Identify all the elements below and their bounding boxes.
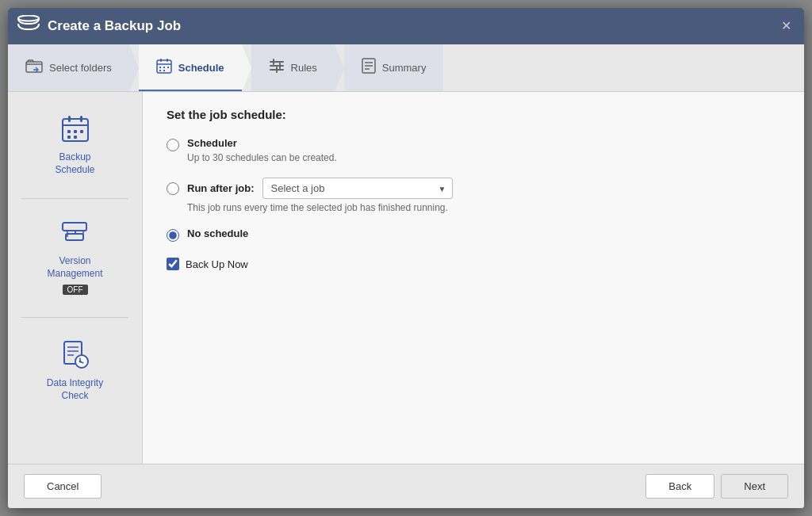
scheduler-content: Scheduler Up to 30 schedules can be crea…	[187, 137, 337, 163]
no-schedule-content: No schedule	[187, 227, 248, 239]
svg-rect-8	[159, 70, 161, 71]
cancel-button[interactable]: Cancel	[24, 474, 102, 499]
version-management-label: VersionManagement	[47, 255, 102, 280]
rules-icon	[269, 59, 285, 77]
section-title: Set the job schedule:	[167, 108, 780, 121]
tab-summary-label: Summary	[382, 62, 427, 74]
tab-rules[interactable]: Rules	[251, 44, 335, 91]
option-group: Scheduler Up to 30 schedules can be crea…	[167, 137, 780, 242]
run-after-label[interactable]: Run after job:	[187, 182, 255, 194]
svg-rect-7	[167, 67, 169, 68]
tab-rules-label: Rules	[291, 62, 317, 74]
run-after-job-content: Run after job: Select a job This job run…	[187, 178, 453, 213]
svg-rect-9	[163, 70, 165, 71]
main-panel: Set the job schedule: Scheduler Up to 30…	[143, 92, 804, 464]
svg-rect-1	[26, 62, 42, 72]
tab-select-folders-label: Select folders	[49, 62, 112, 74]
tab-schedule[interactable]: Schedule	[139, 44, 242, 91]
no-schedule-label[interactable]: No schedule	[187, 227, 248, 239]
svg-rect-4	[167, 59, 168, 62]
sidebar-divider-2	[21, 317, 128, 318]
svg-rect-25	[80, 130, 83, 133]
job-select-wrapper: Select a job	[262, 178, 453, 199]
next-button[interactable]: Next	[721, 474, 788, 499]
run-after-desc: This job runs every time the selected jo…	[187, 202, 453, 213]
job-select[interactable]: Select a job	[262, 178, 453, 199]
sidebar-item-backup-schedule[interactable]: BackupSchedule	[8, 108, 142, 182]
svg-rect-26	[67, 136, 71, 139]
sidebar-item-version-management[interactable]: VersionManagement OFF	[8, 215, 142, 301]
svg-rect-23	[67, 130, 71, 133]
scheduler-desc: Up to 30 schedules can be created.	[187, 152, 337, 163]
data-integrity-icon	[61, 340, 90, 374]
no-schedule-radio[interactable]	[167, 229, 179, 242]
scheduler-radio[interactable]	[167, 139, 179, 151]
svg-rect-27	[74, 136, 77, 139]
svg-rect-21	[68, 116, 71, 122]
dialog-title: Create a Backup Job	[48, 18, 181, 34]
scheduler-option: Scheduler Up to 30 schedules can be crea…	[167, 137, 780, 163]
svg-rect-6	[163, 67, 165, 68]
tab-bar: Select folders Schedule	[8, 44, 804, 92]
scheduler-label[interactable]: Scheduler	[187, 137, 337, 149]
svg-rect-3	[160, 59, 162, 62]
data-integrity-label: Data IntegrityCheck	[47, 377, 103, 402]
sidebar: BackupSchedule VersionManagement OFF	[8, 92, 143, 464]
run-after-job-radio[interactable]	[167, 182, 179, 195]
schedule-icon	[156, 58, 172, 78]
close-button[interactable]: ✕	[778, 18, 795, 34]
footer-right: Back Next	[645, 474, 788, 499]
version-management-icon	[61, 221, 90, 252]
no-schedule-option: No schedule	[167, 227, 780, 242]
back-up-now-label[interactable]: Back Up Now	[186, 258, 248, 270]
tab-schedule-label: Schedule	[178, 62, 224, 74]
svg-rect-28	[63, 223, 86, 231]
title-bar: Create a Backup Job ✕	[8, 8, 804, 44]
tab-summary[interactable]: Summary	[344, 44, 444, 91]
sidebar-divider-1	[21, 198, 128, 199]
run-after-row: Run after job: Select a job	[187, 178, 453, 199]
version-management-badge: OFF	[63, 285, 88, 295]
backup-schedule-label: BackupSchedule	[55, 151, 94, 176]
dialog: Create a Backup Job ✕ Select folders	[8, 8, 804, 508]
back-button[interactable]: Back	[645, 474, 714, 499]
svg-rect-29	[66, 234, 83, 240]
tab-select-folders[interactable]: Select folders	[8, 44, 129, 91]
svg-rect-24	[74, 130, 77, 133]
back-up-now-row: Back Up Now	[167, 258, 780, 270]
svg-rect-22	[80, 116, 82, 122]
svg-point-38	[75, 355, 88, 368]
back-up-now-checkbox[interactable]	[167, 258, 179, 270]
content-area: BackupSchedule VersionManagement OFF	[8, 92, 804, 464]
svg-rect-5	[159, 67, 161, 68]
run-after-job-option: Run after job: Select a job This job run…	[167, 178, 780, 213]
sidebar-item-data-integrity-check[interactable]: Data IntegrityCheck	[8, 334, 142, 408]
summary-icon	[362, 58, 376, 78]
select-folders-icon	[25, 59, 43, 77]
backup-schedule-icon	[61, 114, 90, 148]
app-icon	[17, 15, 40, 37]
svg-point-0	[18, 16, 39, 21]
footer: Cancel Back Next	[8, 464, 804, 508]
